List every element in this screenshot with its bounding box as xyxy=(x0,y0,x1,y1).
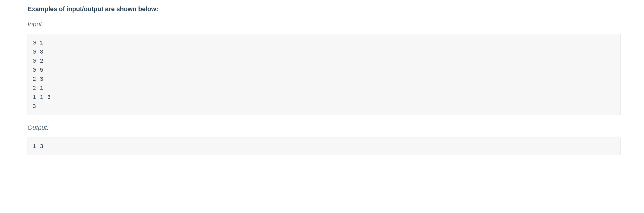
input-label: Input: xyxy=(28,20,621,28)
input-code-block: 0 1 0 3 0 2 0 5 2 3 2 1 1 1 3 3 xyxy=(28,34,621,115)
output-code-block: 1 3 xyxy=(28,138,621,155)
vertical-divider xyxy=(4,5,4,155)
output-label: Output: xyxy=(28,124,621,132)
examples-heading: Examples of input/output are shown below… xyxy=(28,5,621,13)
